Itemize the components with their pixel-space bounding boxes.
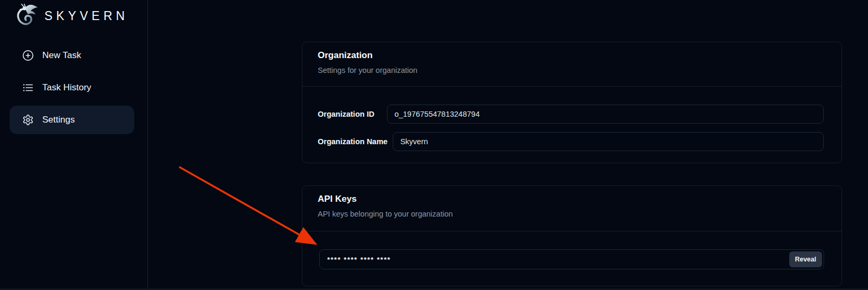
sidebar-item-task-history[interactable]: Task History [10, 73, 134, 102]
api-key-input[interactable] [327, 256, 789, 264]
reveal-button[interactable]: Reveal [789, 251, 822, 267]
api-keys-card-title: API Keys [318, 194, 826, 204]
gear-icon [22, 114, 34, 126]
plus-circle-icon [22, 50, 34, 61]
organization-card-subtitle: Settings for your organization [318, 66, 826, 74]
api-keys-card-body: Reveal [302, 231, 842, 269]
sidebar-item-label: Task History [42, 82, 91, 93]
api-key-field: Reveal [319, 249, 824, 269]
organization-id-label: Organization ID [318, 110, 374, 118]
organization-id-row: Organization ID [318, 105, 824, 124]
organization-card-body: Organization ID Organization Name [302, 87, 842, 151]
api-keys-card-subtitle: API keys belonging to your organization [318, 210, 826, 218]
organization-card-title: Organization [318, 50, 826, 61]
organization-id-input[interactable] [387, 105, 824, 124]
sidebar: SKYVERN New Task Task History [0, 0, 148, 290]
list-icon [22, 82, 34, 93]
skyvern-logo[interactable]: SKYVERN [0, 0, 147, 30]
sidebar-item-new-task[interactable]: New Task [10, 41, 134, 70]
api-keys-card: API Keys API keys belonging to your orga… [302, 185, 842, 286]
skyvern-dragon-icon [14, 2, 40, 30]
api-keys-card-header: API Keys API keys belonging to your orga… [302, 186, 842, 231]
organization-name-input[interactable] [393, 132, 824, 151]
sidebar-item-label: New Task [42, 50, 81, 61]
skyvern-wordmark: SKYVERN [44, 9, 128, 23]
organization-name-row: Organization Name [318, 132, 824, 151]
organization-card-header: Organization Settings for your organizat… [302, 42, 842, 87]
organization-card: Organization Settings for your organizat… [302, 42, 842, 163]
sidebar-item-label: Settings [42, 115, 75, 125]
sidebar-nav: New Task Task History Settings [0, 41, 147, 138]
sidebar-item-settings[interactable]: Settings [10, 106, 134, 134]
organization-name-label: Organization Name [318, 137, 387, 146]
